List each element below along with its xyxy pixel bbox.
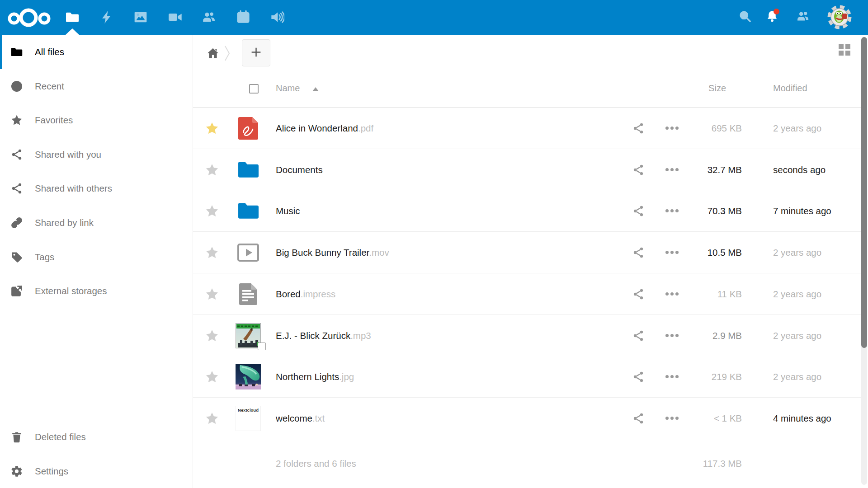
select-all-checkbox[interactable] — [249, 84, 259, 94]
app-files[interactable] — [59, 3, 85, 32]
more-actions-icon[interactable] — [665, 334, 679, 337]
notifications-button[interactable] — [762, 5, 782, 30]
file-row-welcome[interactable]: Nextcloudwelcome.txt< 1 KB4 minutes ago — [193, 398, 862, 439]
share-icon[interactable] — [632, 329, 645, 342]
favorite-star[interactable] — [205, 370, 219, 384]
row-checkbox[interactable] — [258, 343, 266, 350]
scrollbar-thumb[interactable] — [861, 37, 867, 348]
app-video[interactable] — [162, 3, 188, 32]
sidebar-item-shared-with-you[interactable]: Shared with you — [0, 137, 193, 172]
more-actions-icon[interactable] — [665, 251, 679, 254]
file-row-documents[interactable]: Documents32.7 MBseconds ago — [193, 149, 862, 191]
sidebar-item-settings[interactable]: Settings — [0, 454, 193, 488]
favorite-star[interactable] — [205, 121, 219, 136]
sidebar-item-favorites[interactable]: Favorites — [0, 103, 193, 137]
summary-count: 2 folders and 6 files — [276, 458, 356, 469]
file-modified: 2 years ago — [773, 288, 821, 299]
file-row-big-buck-bunny-trailer[interactable]: Big Buck Bunny Trailer.mov10.5 MB2 years… — [193, 232, 862, 273]
favorite-star[interactable] — [205, 411, 219, 426]
share-icon[interactable] — [632, 288, 645, 300]
new-file-button[interactable] — [242, 39, 270, 66]
file-modified: 4 minutes ago — [773, 413, 831, 423]
sort-by-size-header[interactable]: Size — [708, 83, 726, 94]
favorite-star[interactable] — [205, 163, 219, 177]
sidebar-item-label: Settings — [35, 466, 68, 477]
folder-icon — [236, 157, 261, 183]
breadcrumb-home-button[interactable] — [207, 47, 219, 60]
share-icon[interactable] — [632, 371, 645, 383]
sort-by-name-header[interactable]: Name — [276, 83, 300, 94]
sidebar-item-recent[interactable]: Recent — [0, 69, 193, 103]
link-icon — [10, 216, 23, 229]
file-size: < 1 KB — [714, 413, 742, 423]
user-avatar[interactable] — [826, 4, 853, 31]
sort-by-modified-header[interactable]: Modified — [773, 83, 807, 94]
share-icon[interactable] — [632, 122, 645, 135]
sidebar-item-shared-by-link[interactable]: Shared by link — [0, 206, 193, 240]
notification-dot — [774, 9, 779, 14]
sidebar-item-external-storages[interactable]: External storages — [0, 274, 193, 308]
app-activity[interactable] — [94, 3, 120, 32]
favorite-star[interactable] — [205, 204, 219, 218]
more-actions-icon[interactable] — [665, 417, 679, 420]
sidebar-item-all-files[interactable]: All files — [0, 35, 193, 69]
sidebar-item-tags[interactable]: Tags — [0, 240, 193, 274]
sort-ascending-icon — [312, 87, 319, 91]
file-name[interactable]: Bored.impress — [276, 288, 335, 299]
more-actions-icon[interactable] — [665, 168, 679, 171]
video-icon — [236, 240, 261, 265]
file-modified: seconds ago — [773, 164, 826, 175]
summary-total-size: 117.3 MB — [703, 458, 742, 469]
svg-text:Nextcloud: Nextcloud — [238, 408, 259, 413]
file-row-alice-in-wonderland[interactable]: Alice in Wonderland.pdf695 KB2 years ago — [193, 108, 862, 149]
file-row-e-j-blick-zur-ck[interactable]: E.J. - Blick Zurück.mp32.9 MB2 years ago — [193, 315, 862, 357]
file-row-music[interactable]: Music70.3 MB7 minutes ago — [193, 190, 862, 232]
sidebar-item-shared-with-others[interactable]: Shared with others — [0, 171, 193, 206]
nextcloud-logo[interactable] — [4, 5, 53, 30]
sidebar-item-deleted-files[interactable]: Deleted files — [0, 420, 193, 454]
app-contacts[interactable] — [196, 3, 222, 32]
file-size: 219 KB — [712, 371, 742, 382]
share-icon[interactable] — [632, 246, 645, 259]
file-name[interactable]: welcome.txt — [276, 413, 325, 423]
more-actions-icon[interactable] — [665, 209, 679, 212]
active-app-indicator — [66, 28, 79, 35]
more-actions-icon[interactable] — [665, 127, 679, 130]
app-navigation-sidebar: All filesRecentFavoritesShared with youS… — [0, 35, 193, 488]
favorite-star[interactable] — [205, 245, 219, 260]
share-icon[interactable] — [632, 412, 645, 425]
people-icon — [796, 9, 810, 25]
file-size: 11 KB — [717, 288, 742, 299]
calendar-icon — [236, 10, 250, 24]
file-modified: 2 years ago — [773, 123, 821, 134]
sidebar-item-label: External storages — [35, 286, 107, 296]
app-gallery[interactable] — [127, 3, 154, 32]
folder-icon — [236, 198, 261, 224]
contacts-menu-button[interactable] — [793, 5, 813, 30]
file-row-northern-lights[interactable]: Northern Lights.jpg219 KB2 years ago — [193, 356, 862, 398]
search-button[interactable] — [735, 5, 755, 30]
more-actions-icon[interactable] — [665, 375, 679, 378]
grid-view-icon — [839, 49, 850, 57]
file-name[interactable]: Alice in Wonderland.pdf — [276, 123, 373, 134]
people-icon — [202, 10, 216, 24]
share-icon[interactable] — [632, 164, 645, 176]
more-actions-icon[interactable] — [665, 292, 679, 296]
file-row-bored[interactable]: Bored.impress11 KB2 years ago — [193, 273, 862, 315]
file-name[interactable]: Documents — [276, 164, 323, 175]
share-icon — [10, 182, 23, 195]
file-name[interactable]: Music — [276, 205, 300, 216]
share-icon[interactable] — [632, 205, 645, 217]
grid-view-toggle-button[interactable] — [839, 44, 850, 56]
impress-icon — [236, 282, 261, 307]
file-name[interactable]: E.J. - Blick Zurück.mp3 — [276, 330, 371, 341]
sidebar-item-label: Recent — [35, 81, 64, 92]
favorite-star[interactable] — [205, 287, 219, 301]
file-name[interactable]: Big Buck Bunny Trailer.mov — [276, 247, 389, 258]
app-calendar[interactable] — [230, 3, 256, 32]
file-name[interactable]: Northern Lights.jpg — [276, 371, 354, 382]
sidebar-item-label: Deleted files — [35, 432, 86, 442]
favorite-star[interactable] — [205, 328, 219, 343]
app-audio-player[interactable] — [264, 3, 290, 32]
file-size: 32.7 MB — [708, 164, 742, 175]
